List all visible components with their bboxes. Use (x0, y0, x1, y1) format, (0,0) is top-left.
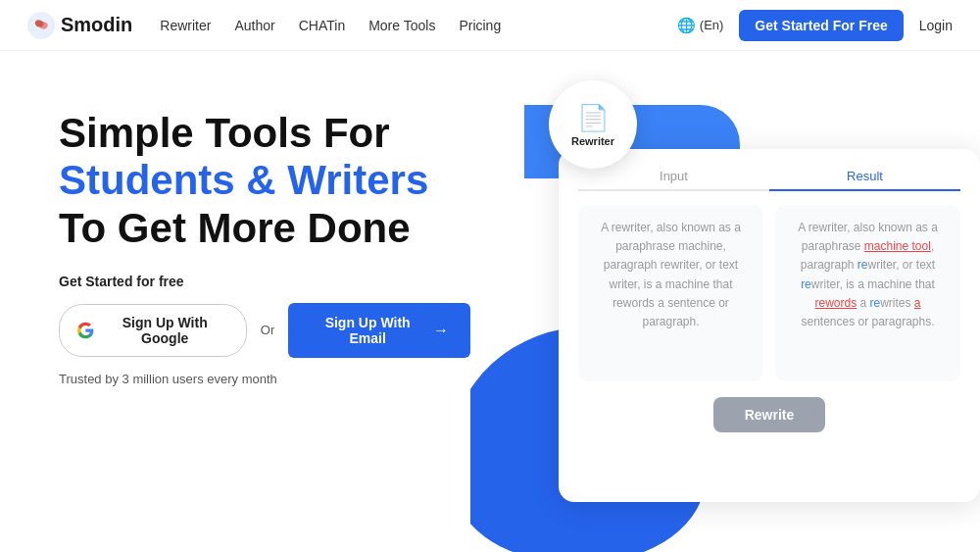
rewriter-bubble: 📄 Rewriter (549, 80, 637, 169)
headline-line1: Simple Tools For (59, 110, 390, 156)
rewriter-bubble-icon: 📄 (577, 103, 609, 133)
nav-link-author[interactable]: Author (234, 18, 274, 33)
email-signup-button[interactable]: Sign Up With Email → (288, 303, 470, 358)
rewrite-button[interactable]: Rewrite (713, 397, 826, 432)
highlight-re2: re (801, 277, 811, 291)
navbar: Smodin Rewriter Author CHATin More Tools… (0, 0, 980, 51)
highlight-re1: re (858, 258, 868, 272)
translate-icon: 🌐 (677, 17, 696, 34)
arrow-right-icon: → (433, 322, 449, 339)
headline-line3: To Get More Done (59, 205, 411, 251)
hero-right: 📄 Rewriter Input Result A rewriter, also… (470, 51, 980, 552)
demo-card: Input Result A rewriter, also known as a… (559, 149, 980, 502)
hero-left: Simple Tools For Students & Writers To G… (0, 51, 470, 552)
logo[interactable]: Smodin (27, 12, 132, 39)
highlight-a: a (914, 296, 921, 310)
or-text: Or (261, 323, 274, 337)
nav-links: Rewriter Author CHATin More Tools Pricin… (160, 18, 676, 33)
tab-result[interactable]: Result (769, 169, 960, 191)
main-content: Simple Tools For Students & Writers To G… (0, 51, 980, 552)
nav-right: 🌐 (En) Get Started For Free Login (677, 10, 953, 41)
demo-input-col: A rewriter, also known as a paraphrase m… (578, 205, 763, 381)
highlight-machine-tool: machine tool (864, 239, 931, 253)
demo-card-tabs: Input Result (578, 169, 960, 191)
nav-link-rewriter[interactable]: Rewriter (160, 18, 211, 33)
nav-link-more-tools[interactable]: More Tools (368, 18, 435, 33)
google-icon (77, 322, 94, 339)
demo-input-text: A rewriter, also known as a paraphrase m… (590, 219, 752, 331)
nav-link-chatin[interactable]: CHATin (299, 18, 345, 33)
login-link[interactable]: Login (919, 18, 953, 33)
tab-input[interactable]: Input (578, 169, 769, 191)
trusted-text: Trusted by 3 million users every month (59, 372, 470, 386)
hero-headline: Simple Tools For Students & Writers To G… (59, 110, 470, 252)
email-signup-label: Sign Up With Email (310, 315, 425, 346)
google-signup-label: Sign Up With Google (102, 315, 228, 346)
headline-line2: Students & Writers (59, 157, 428, 203)
nav-link-pricing[interactable]: Pricing (459, 18, 501, 33)
demo-columns: A rewriter, also known as a paraphrase m… (578, 205, 960, 381)
lang-label: (En) (700, 18, 724, 32)
get-started-button[interactable]: Get Started For Free (739, 10, 903, 41)
highlight-re3: re (870, 296, 881, 310)
rewriter-bubble-label: Rewriter (571, 135, 614, 147)
cta-buttons: Sign Up With Google Or Sign Up With Emai… (59, 303, 470, 358)
language-button[interactable]: 🌐 (En) (677, 17, 724, 34)
smodin-logo-icon (27, 12, 55, 39)
logo-text: Smodin (61, 14, 132, 36)
hero-subtext: Get Started for free (59, 274, 470, 289)
demo-result-text: A rewriter, also known as a paraphrase m… (787, 219, 949, 331)
highlight-rewords: rewords (814, 296, 857, 310)
demo-result-col: A rewriter, also known as a paraphrase m… (775, 205, 960, 381)
google-signup-button[interactable]: Sign Up With Google (59, 304, 247, 357)
